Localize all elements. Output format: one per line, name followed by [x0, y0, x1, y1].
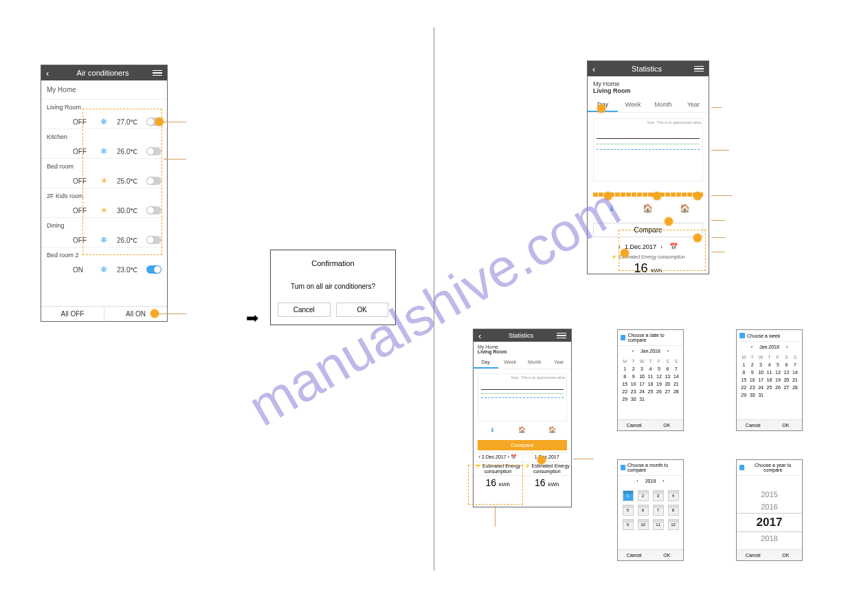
power-toggle[interactable]	[146, 147, 162, 155]
tab-year[interactable]: Year	[678, 98, 709, 112]
power-toggle[interactable]	[146, 206, 162, 215]
day-cell[interactable]: 25	[765, 384, 773, 391]
day-cell[interactable]: 20	[663, 380, 671, 388]
day-cell[interactable]: 1	[621, 365, 629, 373]
day-cell[interactable]: 30	[629, 395, 637, 403]
day-cell[interactable]: 16	[629, 380, 637, 388]
day-cell[interactable]: 5	[655, 365, 663, 373]
tab-week[interactable]: Week	[618, 98, 648, 112]
calendar-grid[interactable]: MTWTFSS123456789101112131415161718192021…	[737, 352, 802, 400]
tab-year[interactable]: Year	[547, 357, 572, 369]
day-cell[interactable]: 20	[782, 376, 790, 384]
thermometer-icon[interactable]: 🌡	[489, 426, 496, 433]
day-cell[interactable]: 7	[672, 365, 680, 373]
month-cell[interactable]: 12	[668, 519, 679, 530]
power-toggle[interactable]	[146, 265, 162, 274]
prev-icon[interactable]: ‹	[636, 479, 638, 483]
day-cell[interactable]: 22	[621, 388, 629, 395]
day-cell[interactable]: 19	[774, 376, 782, 384]
month-cell[interactable]: 5	[623, 505, 634, 516]
day-cell[interactable]: 5	[774, 361, 782, 369]
month-cell[interactable]: 10	[638, 519, 649, 530]
year-list[interactable]: 2015 2016 2017 2018	[737, 476, 802, 545]
ok-button[interactable]: OK	[770, 550, 803, 560]
tab-week[interactable]: Week	[498, 357, 523, 369]
day-cell[interactable]: 24	[757, 384, 765, 391]
cancel-button[interactable]: Cancel	[737, 420, 770, 430]
back-icon[interactable]: ‹	[592, 64, 599, 74]
day-cell[interactable]: 3	[638, 365, 646, 373]
day-cell[interactable]: 17	[757, 376, 765, 384]
day-cell[interactable]: 15	[621, 380, 629, 388]
day-cell[interactable]: 29	[621, 395, 629, 403]
day-cell[interactable]: 9	[629, 373, 637, 380]
day-cell[interactable]: 11	[765, 369, 773, 376]
all-off-button[interactable]: All OFF	[41, 307, 104, 321]
month-cell[interactable]: 11	[653, 519, 664, 530]
day-cell[interactable]: 24	[638, 388, 646, 395]
day-cell[interactable]: 23	[629, 388, 637, 395]
day-cell[interactable]: 17	[638, 380, 646, 388]
year-option-selected[interactable]: 2017	[737, 513, 802, 532]
month-grid[interactable]: 123456789101112	[618, 486, 683, 534]
power-toggle[interactable]	[146, 236, 162, 244]
prev-icon[interactable]: ‹	[751, 344, 753, 349]
back-icon[interactable]: ‹	[478, 331, 485, 341]
ok-button[interactable]: OK	[651, 550, 684, 560]
month-cell[interactable]: 9	[623, 519, 634, 530]
day-cell[interactable]: 29	[739, 391, 748, 399]
day-cell[interactable]: 14	[672, 373, 680, 380]
day-cell[interactable]: 10	[638, 373, 646, 380]
next-icon[interactable]: ›	[660, 243, 663, 250]
next-icon[interactable]: ›	[663, 479, 664, 483]
day-cell[interactable]: 12	[774, 369, 782, 376]
day-cell[interactable]: 23	[748, 384, 756, 391]
day-cell[interactable]: 21	[672, 380, 680, 388]
power-toggle[interactable]	[146, 177, 162, 185]
compare-button[interactable]: Compare	[593, 223, 703, 237]
day-cell[interactable]: 30	[748, 391, 756, 399]
day-cell[interactable]: 9	[748, 369, 756, 376]
cancel-button[interactable]: Cancel	[278, 303, 331, 317]
month-cell[interactable]: 2	[638, 490, 649, 501]
calendar-icon[interactable]: 📅	[669, 243, 678, 250]
day-cell[interactable]: 13	[663, 373, 671, 380]
day-cell[interactable]: 14	[791, 369, 799, 376]
day-cell[interactable]: 27	[663, 388, 671, 395]
day-cell[interactable]: 21	[791, 376, 799, 384]
year-option[interactable]: 2015	[737, 488, 802, 501]
house-green-icon[interactable]: 🏠	[643, 204, 653, 213]
month-cell[interactable]: 8	[668, 505, 679, 516]
house-dark-icon[interactable]: 🏠	[548, 426, 555, 433]
tab-month[interactable]: Month	[522, 357, 547, 369]
day-cell[interactable]: 11	[646, 373, 654, 380]
day-cell[interactable]: 4	[765, 361, 773, 369]
ok-button[interactable]: OK	[336, 303, 389, 317]
calendar-grid[interactable]: MTWTFSS123456789101112131415161718192021…	[618, 356, 683, 404]
day-cell[interactable]: 28	[672, 388, 680, 395]
next-icon[interactable]: ›	[667, 349, 669, 353]
cancel-button[interactable]: Cancel	[618, 420, 651, 430]
thermometer-icon[interactable]: 🌡	[607, 204, 616, 213]
ok-button[interactable]: OK	[651, 420, 684, 430]
day-cell[interactable]: 1	[739, 361, 748, 369]
month-cell[interactable]: 1	[623, 490, 634, 501]
day-cell[interactable]: 10	[757, 369, 765, 376]
day-cell[interactable]: 28	[791, 384, 799, 391]
day-cell[interactable]: 18	[765, 376, 773, 384]
menu-icon[interactable]	[557, 333, 566, 339]
day-cell[interactable]: 31	[757, 391, 765, 399]
year-option[interactable]: 2016	[737, 501, 802, 513]
day-cell[interactable]: 31	[638, 395, 646, 403]
day-cell[interactable]: 6	[663, 365, 671, 373]
house-green-icon[interactable]: 🏠	[519, 426, 526, 433]
house-dark-icon[interactable]: 🏠	[680, 204, 689, 213]
ok-button[interactable]: OK	[770, 420, 803, 430]
day-cell[interactable]: 13	[782, 369, 790, 376]
day-cell[interactable]: 2	[629, 365, 637, 373]
day-cell[interactable]: 8	[621, 373, 629, 380]
back-icon[interactable]: ‹	[46, 68, 53, 78]
year-option[interactable]: 2018	[737, 532, 802, 545]
day-cell[interactable]: 26	[774, 384, 782, 391]
prev-icon[interactable]: ‹	[619, 243, 621, 250]
